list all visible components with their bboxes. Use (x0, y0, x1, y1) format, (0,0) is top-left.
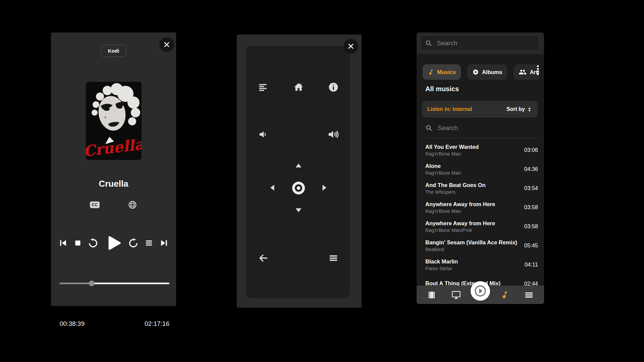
song-artist: Rag'n'Bone Man (425, 170, 461, 176)
now-playing-fab[interactable] (471, 281, 490, 301)
close-button[interactable] (343, 39, 358, 54)
library-tabs: Musics Albums Artists (423, 64, 539, 80)
globe-audio-language-icon[interactable] (128, 200, 137, 209)
song-row[interactable]: Black Marlin Parov Stelar 04:11 (417, 255, 544, 274)
people-icon (519, 68, 527, 76)
more-tabs-icon[interactable] (537, 65, 539, 75)
playback-controls (58, 232, 169, 254)
nav-music-icon[interactable] (500, 291, 509, 299)
listen-in-selector[interactable]: Listen in: Internal (427, 106, 472, 112)
tab-label: Musics (437, 69, 456, 75)
song-artist: Rag'n'Bone Man/P!nk (425, 228, 495, 233)
tab-musics[interactable]: Musics (423, 64, 461, 80)
song-artist: Parov Stelar (425, 266, 458, 271)
sort-arrows-icon (527, 107, 532, 112)
skip-next-icon[interactable] (159, 238, 169, 248)
global-search-box[interactable] (420, 35, 539, 51)
global-search-input[interactable] (437, 40, 534, 47)
elapsed-time: 00:38:39 (60, 320, 85, 327)
song-row[interactable]: All You Ever Wanted Rag'n'Bone Man 03:06 (417, 140, 544, 160)
dpad-left-button[interactable] (265, 180, 280, 195)
song-row[interactable]: And The Beat Goes On The Whispers 03:54 (417, 179, 544, 198)
song-meta: Anywhere Away from Here Rag'n'Bone Man (425, 201, 495, 214)
fast-forward-icon[interactable] (128, 238, 139, 248)
song-duration: 05:45 (524, 242, 538, 249)
back-button[interactable] (256, 251, 271, 265)
disc-icon (472, 69, 479, 75)
menu-button[interactable] (256, 80, 271, 95)
dpad-select-button[interactable] (291, 181, 306, 195)
song-meta: All You Ever Wanted Rag'n'Bone Man (425, 144, 479, 157)
search-icon (425, 40, 432, 47)
nav-movies-icon[interactable] (427, 290, 436, 299)
song-row[interactable]: Anywhere Away from Here Rag'n'Bone Man 0… (417, 198, 544, 217)
close-icon (347, 43, 354, 50)
rewind-icon[interactable] (88, 238, 98, 248)
song-meta: Anywhere Away from Here Rag'n'Bone Man/P… (425, 220, 495, 233)
dpad-up-button[interactable] (291, 158, 306, 173)
tab-albums[interactable]: Albums (467, 64, 507, 80)
volume-up-button[interactable] (326, 127, 341, 142)
time-row: 00:38:39 02:17:16 (60, 320, 169, 327)
desktop: Kodi (0, 0, 644, 362)
list-search-box[interactable] (425, 122, 537, 134)
song-title: All You Ever Wanted (425, 144, 479, 150)
volume-down-button[interactable] (256, 127, 271, 142)
media-title: Cruella (51, 179, 176, 189)
song-row[interactable]: Bangin' Sesam (Vanilla Ace Remix) Beatki… (417, 236, 544, 255)
song-duration: 03:58 (524, 223, 538, 230)
song-duration: 03:58 (524, 204, 538, 210)
section-title: All musics (425, 85, 459, 93)
music-note-icon (428, 69, 434, 75)
song-title: Alone (425, 163, 461, 169)
song-title: Anywhere Away from Here (425, 220, 495, 227)
skip-previous-icon[interactable] (58, 238, 68, 248)
nav-menu-icon[interactable] (525, 290, 534, 299)
sort-by-selector[interactable]: Sort by (506, 106, 532, 112)
list-search-input[interactable] (438, 124, 537, 132)
song-duration: 03:54 (524, 185, 538, 191)
app-name-chip: Kodi (101, 45, 126, 57)
song-artist: Rag'n'Bone Man (425, 151, 479, 157)
poster-image: Cruella (86, 82, 142, 160)
subtitles-cc-icon[interactable]: CC (90, 201, 99, 208)
song-title: And The Beat Goes On (425, 182, 486, 188)
play-icon[interactable] (104, 234, 122, 252)
seek-knob[interactable] (89, 281, 95, 286)
song-title: Black Marlin (425, 258, 458, 265)
dpad-right-button[interactable] (317, 180, 332, 195)
tab-artists[interactable]: Artists (514, 64, 539, 80)
playlist-icon[interactable] (144, 238, 154, 248)
stream-options-row: CC (51, 200, 176, 209)
stop-icon[interactable] (73, 239, 82, 247)
sort-by-label: Sort by (506, 106, 525, 112)
seek-fill (60, 283, 92, 284)
nav-tv-icon[interactable] (451, 290, 461, 300)
total-time: 02:17:16 (145, 320, 169, 327)
filter-bar: Listen in: Internal Sort by (422, 101, 538, 118)
song-duration: 04:11 (525, 261, 538, 268)
seek-bar[interactable] (60, 281, 169, 286)
divider (422, 138, 538, 138)
remote-panel (237, 35, 362, 308)
dpad-down-button[interactable] (291, 203, 306, 218)
tab-label: Albums (482, 69, 502, 75)
library-header (417, 33, 544, 54)
song-title: Anywhere Away from Here (425, 201, 495, 207)
song-meta: Alone Rag'n'Bone Man (425, 163, 461, 176)
song-meta: Bangin' Sesam (Vanilla Ace Remix) Beatki… (425, 239, 517, 252)
song-artist: Rag'n'Bone Man (425, 208, 495, 214)
home-button[interactable] (291, 80, 306, 95)
song-duration: 04:36 (524, 166, 538, 172)
close-button[interactable] (159, 37, 174, 52)
context-menu-button[interactable] (326, 251, 341, 265)
close-icon (163, 41, 170, 48)
song-row[interactable]: Alone Rag'n'Bone Man 04:36 (417, 160, 544, 179)
song-meta: Black Marlin Parov Stelar (425, 258, 458, 271)
song-artist: Beatkind (425, 247, 517, 252)
song-row[interactable]: Anywhere Away from Here Rag'n'Bone Man/P… (417, 217, 544, 236)
song-meta: And The Beat Goes On The Whispers (425, 182, 486, 195)
info-button[interactable] (326, 80, 341, 95)
play-circle-icon (474, 284, 487, 298)
song-artist: The Whispers (425, 189, 486, 195)
